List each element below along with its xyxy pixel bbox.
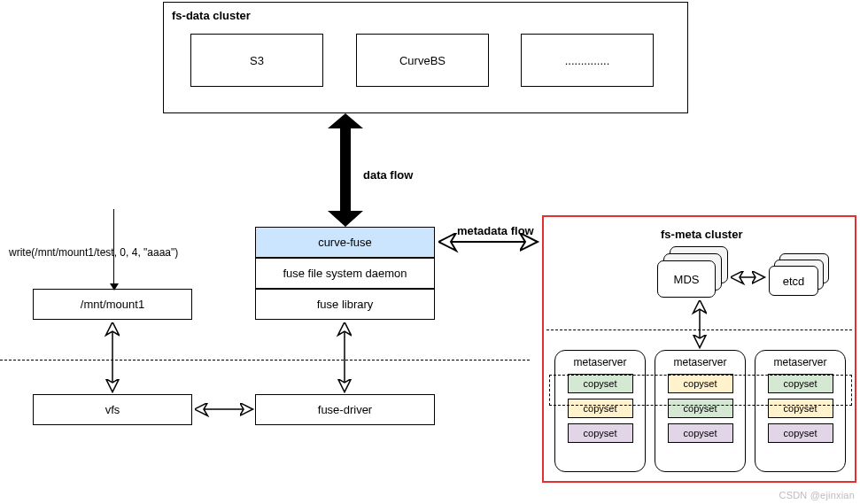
data-flow-label: data flow: [363, 168, 413, 182]
ellipsis-box: ..............: [521, 34, 654, 87]
fuse-library-box: fuse library: [255, 289, 435, 320]
metaserver-1-title: metaserver: [555, 356, 645, 368]
curvebs-box: CurveBS: [356, 34, 489, 87]
copyset-box: copyset: [568, 423, 633, 443]
svg-marker-0: [328, 120, 363, 227]
copyset-replication-selection: [549, 375, 852, 406]
fs-data-title: fs-data cluster: [172, 9, 251, 22]
fuse-daemon-box: fuse file system daemon: [255, 258, 435, 289]
kernel-userspace-divider: [0, 360, 530, 361]
curve-fuse-box: curve-fuse: [255, 227, 435, 258]
s3-box: S3: [190, 34, 323, 87]
etcd-stack: etcd: [769, 253, 831, 296]
vfs-box: vfs: [33, 394, 192, 425]
fs-meta-title: fs-meta cluster: [661, 228, 742, 241]
metadata-flow-label: metadata flow: [457, 224, 534, 237]
fuse-driver-box: fuse-driver: [255, 394, 435, 425]
data-flow-arrow-icon: [328, 113, 363, 227]
write-call-arrowhead-icon: [110, 283, 119, 291]
metaserver-2: metaserver copyset copyset copyset: [655, 350, 746, 472]
mds-node-1: MDS: [657, 260, 716, 298]
svg-marker-1: [328, 113, 363, 220]
etcd-node-1: etcd: [769, 266, 818, 296]
watermark-label: CSDN @ejinxian: [779, 490, 856, 500]
metaserver-1: metaserver copyset copyset copyset: [554, 350, 646, 472]
mds-stack: MDS: [657, 246, 728, 298]
mount-box: /mnt/mount1: [33, 289, 192, 320]
metaserver-3-title: metaserver: [755, 356, 845, 368]
metaserver-3: metaserver copyset copyset copyset: [755, 350, 846, 472]
copyset-box: copyset: [768, 423, 833, 443]
fs-meta-divider: [546, 330, 852, 330]
copyset-box: copyset: [668, 423, 733, 443]
write-call-label: write(/mnt/mount1/test, 0, 4, "aaaa"): [9, 246, 178, 259]
metaserver-2-title: metaserver: [655, 356, 745, 368]
